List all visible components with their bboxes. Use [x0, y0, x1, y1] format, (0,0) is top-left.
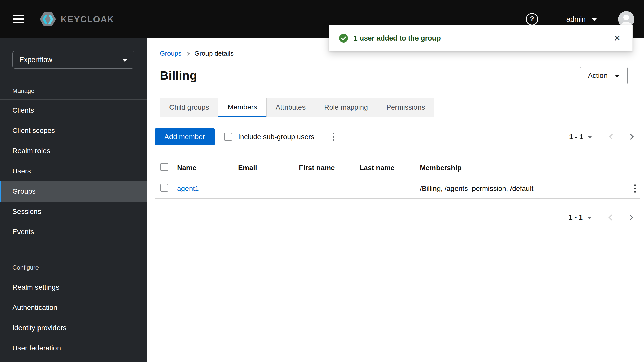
column-header-last-name: Last name [359, 157, 420, 178]
main-content: Groups Group details Billing Action Chil… [147, 38, 644, 362]
pagination-range-dropdown[interactable]: 1 - 1 [569, 213, 591, 222]
keycloak-logo-icon [39, 12, 56, 27]
pagination-top: 1 - 1 [569, 129, 640, 145]
action-dropdown-label: Action [588, 72, 608, 80]
pagination-range-dropdown[interactable]: 1 - 1 [569, 133, 592, 141]
sidebar-item-realm-settings[interactable]: Realm settings [0, 277, 147, 297]
tab-attributes[interactable]: Attributes [266, 98, 315, 117]
chevron-left-icon [609, 134, 615, 140]
pagination-next-button[interactable] [621, 210, 639, 225]
sidebar-item-users[interactable]: Users [0, 161, 147, 181]
column-header-membership: Membership [420, 157, 621, 178]
nav-list-manage: Clients Client scopes Realm roles Users … [0, 100, 147, 242]
member-first-name: – [299, 178, 359, 199]
pagination-range-label: 1 - 1 [569, 133, 583, 141]
breadcrumb-current: Group details [194, 50, 234, 57]
brand-wordmark: KEYCLOAK [61, 14, 114, 24]
pagination-range-label: 1 - 1 [569, 213, 583, 222]
sidebar-item-groups[interactable]: Groups [0, 181, 147, 202]
nav-divider [0, 99, 147, 100]
table-row: agent1 – – – /Billing, /agents_permissio… [155, 178, 640, 199]
hamburger-bar [13, 15, 24, 16]
check-circle-icon [339, 34, 348, 43]
hamburger-bar [13, 18, 24, 20]
title-row: Billing Action [160, 67, 628, 84]
toolbar-kebab-menu[interactable] [329, 130, 338, 144]
members-table: Name Email First name Last name Membersh… [155, 157, 640, 199]
pagination-bottom: 1 - 1 [155, 210, 640, 225]
tabs: Child groups Members Attributes Role map… [160, 98, 628, 117]
breadcrumb-groups-link[interactable]: Groups [160, 50, 181, 57]
nav-list-configure: Realm settings Authentication Identity p… [0, 277, 147, 358]
tab-members[interactable]: Members [218, 98, 267, 117]
select-all-checkbox[interactable] [160, 163, 168, 171]
action-dropdown-button[interactable]: Action [580, 67, 628, 84]
pagination-prev-button[interactable] [602, 129, 621, 145]
chevron-right-icon [628, 134, 634, 140]
row-checkbox[interactable] [160, 184, 168, 192]
chevron-right-icon [186, 52, 190, 56]
realm-name: Expertflow [19, 56, 52, 64]
member-last-name: – [359, 178, 420, 199]
sidebar: Expertflow Manage Clients Client scopes … [0, 38, 147, 362]
add-member-button[interactable]: Add member [155, 128, 215, 145]
keycloak-logo[interactable]: KEYCLOAK [39, 12, 114, 27]
sidebar-item-identity-providers[interactable]: Identity providers [0, 318, 147, 338]
keycloak-admin-console: KEYCLOAK ? admin 1 user added to the g [0, 0, 644, 362]
kebab-dot [634, 191, 636, 193]
tab-role-mapping[interactable]: Role mapping [315, 98, 377, 117]
pagination-next-button[interactable] [621, 129, 640, 145]
toast-close-button[interactable]: ✕ [612, 33, 622, 44]
column-header-actions [621, 157, 640, 178]
nav-section-configure-label: Configure [12, 264, 147, 271]
pagination-prev-button[interactable] [602, 210, 621, 225]
table-header-row: Name Email First name Last name Membersh… [155, 157, 640, 178]
column-header-first-name: First name [299, 157, 359, 178]
caret-down-icon [588, 136, 592, 138]
app-body: Expertflow Manage Clients Client scopes … [0, 38, 644, 362]
sidebar-item-authentication[interactable]: Authentication [0, 297, 147, 318]
nav-toggle-hamburger-icon[interactable] [12, 13, 25, 25]
checkbox-box [224, 133, 232, 141]
kebab-dot [333, 136, 334, 138]
realm-selector[interactable]: Expertflow [12, 51, 134, 69]
chevron-left-icon [608, 214, 614, 220]
toast-message: 1 user added to the group [354, 34, 441, 42]
include-subgroup-users-checkbox[interactable]: Include sub-group users [224, 133, 314, 141]
include-subgroup-users-label: Include sub-group users [238, 133, 314, 141]
members-toolbar: Add member Include sub-group users 1 - 1 [155, 128, 640, 145]
success-toast: 1 user added to the group ✕ [329, 25, 633, 51]
members-card: Add member Include sub-group users 1 - 1 [155, 128, 640, 225]
help-icon[interactable]: ? [526, 13, 538, 25]
caret-down-icon [615, 75, 620, 77]
caret-down-icon [122, 59, 127, 62]
kebab-dot [333, 139, 334, 141]
page-title: Billing [160, 69, 197, 83]
caret-down-icon [592, 18, 597, 21]
nav-section-manage-label: Manage [12, 87, 147, 94]
kebab-dot [634, 184, 636, 186]
hamburger-bar [13, 22, 24, 23]
sidebar-item-events[interactable]: Events [0, 222, 147, 242]
column-header-name: Name [177, 157, 238, 178]
user-menu-dropdown[interactable]: admin [566, 15, 597, 23]
kebab-dot [333, 133, 334, 134]
sidebar-item-client-scopes[interactable]: Client scopes [0, 120, 147, 141]
kebab-dot [634, 188, 636, 189]
tab-permissions[interactable]: Permissions [377, 98, 434, 117]
column-header-email: Email [238, 157, 299, 178]
tab-child-groups[interactable]: Child groups [160, 98, 218, 117]
row-kebab-menu[interactable] [630, 182, 640, 195]
member-name-link[interactable]: agent1 [177, 185, 199, 192]
user-name: admin [566, 15, 586, 23]
nav-divider [0, 257, 147, 257]
masthead-left: KEYCLOAK [12, 12, 114, 27]
sidebar-item-realm-roles[interactable]: Realm roles [0, 141, 147, 161]
chevron-right-icon [627, 214, 633, 220]
sidebar-item-clients[interactable]: Clients [0, 100, 147, 120]
caret-down-icon [587, 217, 591, 219]
member-email: – [238, 178, 299, 199]
sidebar-item-sessions[interactable]: Sessions [0, 202, 147, 222]
member-membership: /Billing, /agents_permission, /default [420, 178, 621, 199]
sidebar-item-user-federation[interactable]: User federation [0, 338, 147, 358]
